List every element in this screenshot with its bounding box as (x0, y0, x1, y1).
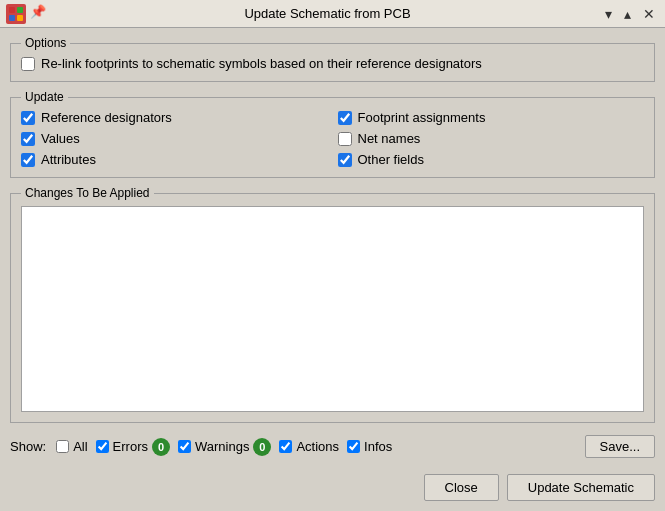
options-content: Re-link footprints to schematic symbols … (21, 56, 644, 71)
footprint-checkbox[interactable] (338, 111, 352, 125)
window-title: Update Schematic from PCB (54, 6, 601, 21)
other-fields-row: Other fields (338, 152, 645, 167)
relink-label[interactable]: Re-link footprints to schematic symbols … (41, 56, 482, 71)
show-label: Show: (10, 439, 46, 454)
attributes-row: Attributes (21, 152, 328, 167)
svg-rect-0 (9, 7, 15, 13)
restore-button[interactable]: ▴ (620, 4, 635, 24)
all-checkbox[interactable] (56, 440, 69, 453)
values-label[interactable]: Values (41, 131, 80, 146)
minimize-button[interactable]: ▾ (601, 4, 616, 24)
app-icons: 📌 (6, 4, 46, 24)
changes-section: Changes To Be Applied (10, 186, 655, 423)
svg-rect-1 (17, 7, 23, 13)
warnings-badge: 0 (253, 438, 271, 456)
ref-des-row: Reference designators (21, 110, 328, 125)
titlebar: 📌 Update Schematic from PCB ▾ ▴ ✕ (0, 0, 665, 28)
update-grid: Reference designators Footprint assignme… (21, 110, 644, 167)
net-names-label[interactable]: Net names (358, 131, 421, 146)
net-names-checkbox[interactable] (338, 132, 352, 146)
actions-label[interactable]: Actions (296, 439, 339, 454)
attributes-label[interactable]: Attributes (41, 152, 96, 167)
options-legend: Options (21, 36, 70, 50)
update-legend: Update (21, 90, 68, 104)
update-schematic-button[interactable]: Update Schematic (507, 474, 655, 501)
footprint-label[interactable]: Footprint assignments (358, 110, 486, 125)
pin-icon: 📌 (30, 4, 46, 20)
ref-des-checkbox[interactable] (21, 111, 35, 125)
net-names-row: Net names (338, 131, 645, 146)
actions-item: Actions (279, 439, 339, 454)
values-row: Values (21, 131, 328, 146)
errors-checkbox[interactable] (96, 440, 109, 453)
values-checkbox[interactable] (21, 132, 35, 146)
changes-textarea[interactable] (21, 206, 644, 412)
warnings-label[interactable]: Warnings (195, 439, 249, 454)
other-fields-checkbox[interactable] (338, 153, 352, 167)
titlebar-controls[interactable]: ▾ ▴ ✕ (601, 4, 659, 24)
relink-checkbox[interactable] (21, 57, 35, 71)
errors-label[interactable]: Errors (113, 439, 148, 454)
infos-checkbox[interactable] (347, 440, 360, 453)
relink-row: Re-link footprints to schematic symbols … (21, 56, 482, 71)
update-group: Update Reference designators Footprint a… (10, 90, 655, 178)
other-fields-label[interactable]: Other fields (358, 152, 424, 167)
changes-group: Changes To Be Applied (10, 186, 655, 423)
show-bar: Show: All Errors 0 Warnings 0 Actions In… (10, 431, 655, 460)
app-icon (6, 4, 26, 24)
changes-legend: Changes To Be Applied (21, 186, 154, 200)
save-button[interactable]: Save... (585, 435, 655, 458)
all-label[interactable]: All (73, 439, 87, 454)
warnings-item: Warnings 0 (178, 438, 271, 456)
footprint-row: Footprint assignments (338, 110, 645, 125)
infos-label[interactable]: Infos (364, 439, 392, 454)
all-item: All (56, 439, 87, 454)
errors-badge: 0 (152, 438, 170, 456)
attributes-checkbox[interactable] (21, 153, 35, 167)
svg-rect-3 (17, 15, 23, 21)
options-group: Options Re-link footprints to schematic … (10, 36, 655, 82)
close-button[interactable]: Close (424, 474, 499, 501)
svg-rect-2 (9, 15, 15, 21)
ref-des-label[interactable]: Reference designators (41, 110, 172, 125)
infos-item: Infos (347, 439, 392, 454)
warnings-checkbox[interactable] (178, 440, 191, 453)
close-button[interactable]: ✕ (639, 4, 659, 24)
main-content: Options Re-link footprints to schematic … (0, 28, 665, 468)
actions-checkbox[interactable] (279, 440, 292, 453)
bottom-bar: Close Update Schematic (0, 468, 665, 511)
errors-item: Errors 0 (96, 438, 170, 456)
